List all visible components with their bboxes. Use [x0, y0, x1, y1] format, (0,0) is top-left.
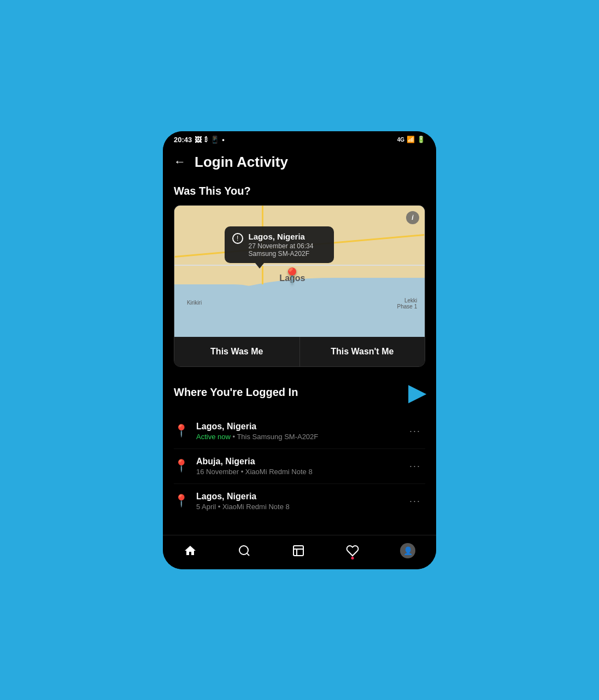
signal-icon: 📶 [407, 136, 415, 143]
battery-icon: 🔋 [417, 136, 425, 143]
login-details-2: 16 November • XiaoMi Redmi Note 8 [196, 468, 397, 476]
nav-search[interactable] [238, 544, 251, 557]
home-icon [184, 544, 197, 557]
nav-inbox[interactable] [292, 544, 305, 557]
action-buttons: This Was Me This Wasn't Me [174, 337, 425, 366]
map-info-button[interactable]: i [406, 211, 419, 224]
dot-indicator: • [222, 136, 225, 144]
nav-profile[interactable]: 👤 [400, 543, 415, 558]
this-wasnt-me-button[interactable]: This Wasn't Me [300, 337, 425, 366]
heart-icon [346, 544, 359, 557]
inbox-icon [292, 544, 305, 557]
phone-frame: 20:43 🖼 ₿ 📱 • 4G 📶 🔋 ← Login Activity Wa… [163, 131, 436, 569]
status-left: 20:43 🖼 ₿ 📱 • [174, 136, 225, 144]
network-icon: 4G [397, 137, 404, 143]
svg-line-1 [246, 553, 249, 555]
tooltip-warning-icon: ! [232, 233, 243, 244]
login-info-2: Abuja, Nigeria 16 November • XiaoMi Redm… [196, 457, 397, 476]
tooltip-device: Samsung SM-A202F [249, 250, 314, 258]
separator-1: • This Samsung SM-A202F [233, 433, 319, 441]
login-info-1: Lagos, Nigeria Active now • This Samsung… [196, 422, 397, 441]
photo-icon: 🖼 [195, 136, 202, 144]
tooltip-date: 27 November at 06:34 [249, 242, 314, 250]
login-item: 📍 Lagos, Nigeria 5 April • XiaoMi Redmi … [174, 484, 425, 518]
nav-heart[interactable] [346, 544, 359, 557]
was-this-you-title: Was This You? [174, 185, 425, 197]
map-water-2 [174, 284, 274, 337]
logged-in-title: Where You're Logged In ▶ [174, 380, 425, 405]
this-was-me-button[interactable]: This Was Me [174, 337, 300, 366]
profile-avatar: 👤 [400, 543, 415, 558]
map-label-lekki: LekkiPhase 1 [397, 298, 418, 310]
map-road-3 [174, 265, 425, 266]
login-item: 📍 Abuja, Nigeria 16 November • XiaoMi Re… [174, 449, 425, 484]
svg-point-0 [239, 546, 248, 555]
more-options-3[interactable]: ··· [405, 493, 425, 509]
map-tooltip: ! Lagos, Nigeria 27 November at 06:34 Sa… [225, 226, 334, 263]
logged-in-section: Where You're Logged In ▶ 📍 Lagos, Nigeri… [163, 367, 436, 518]
search-icon [238, 544, 251, 557]
login-location-2: Abuja, Nigeria [196, 457, 397, 466]
location-pin-icon-2: 📍 [174, 459, 189, 473]
was-this-you-section: Was This You? Lagos Kirikiri LekkiPhase … [163, 179, 436, 367]
header: ← Login Activity [163, 146, 436, 179]
whatsapp-icon: 📱 [210, 136, 219, 144]
map-label-kirikiri: Kirikiri [187, 300, 202, 306]
logged-in-title-text: Where You're Logged In [174, 386, 298, 399]
nav-home[interactable] [184, 544, 197, 557]
page-title: Login Activity [195, 154, 288, 171]
login-item: 📍 Lagos, Nigeria Active now • This Samsu… [174, 414, 425, 449]
more-options-2[interactable]: ··· [405, 458, 425, 474]
tooltip-location: Lagos, Nigeria [249, 232, 314, 241]
tiktok-cursor-icon: ▶ [408, 380, 425, 405]
login-details-3: 5 April • XiaoMi Redmi Note 8 [196, 503, 397, 511]
back-button[interactable]: ← [174, 155, 186, 169]
bottom-nav: 👤 [163, 535, 436, 569]
more-options-1[interactable]: ··· [405, 423, 425, 439]
login-info-3: Lagos, Nigeria 5 April • XiaoMi Redmi No… [196, 492, 397, 511]
location-pin-icon-1: 📍 [174, 424, 189, 438]
login-details-1: Active now • This Samsung SM-A202F [196, 433, 397, 441]
active-now-status: Active now [196, 433, 231, 441]
status-time: 20:43 [174, 136, 192, 144]
map-background: Lagos Kirikiri LekkiPhase 1 📍 ! Lagos, N… [174, 206, 425, 337]
status-right: 4G 📶 🔋 [397, 136, 425, 143]
tooltip-content: Lagos, Nigeria 27 November at 06:34 Sams… [249, 232, 314, 258]
map-container: Lagos Kirikiri LekkiPhase 1 📍 ! Lagos, N… [174, 205, 425, 367]
login-location-1: Lagos, Nigeria [196, 422, 397, 431]
map-area[interactable]: Lagos Kirikiri LekkiPhase 1 📍 ! Lagos, N… [174, 206, 425, 337]
location-pin-icon-3: 📍 [174, 494, 189, 508]
status-bar: 20:43 🖼 ₿ 📱 • 4G 📶 🔋 [163, 131, 436, 146]
svg-rect-2 [293, 546, 303, 556]
map-pin: 📍 [283, 267, 302, 285]
bitcoin-icon: ₿ [204, 136, 208, 143]
login-location-3: Lagos, Nigeria [196, 492, 397, 501]
